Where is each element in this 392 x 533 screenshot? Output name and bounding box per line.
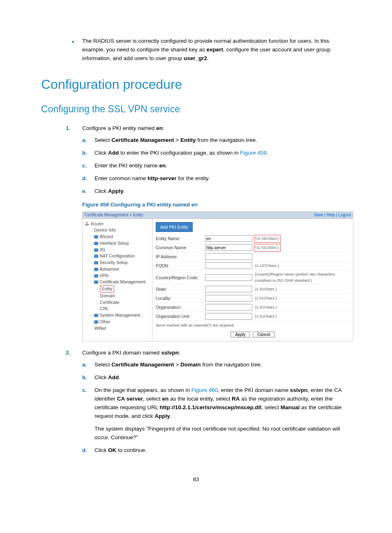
link-figure-459[interactable]: Figure 459 — [240, 150, 267, 156]
form-row: Locality:(1-31Chars.) — [156, 294, 350, 303]
folder-icon — [94, 280, 98, 284]
step-2d: d. Click OK to continue. — [82, 446, 351, 455]
header-links: Save | Help | Logout — [314, 212, 351, 218]
tree-item-vpn[interactable]: —VPN — [85, 273, 150, 279]
tree-item-crl[interactable]: —CRL — [85, 306, 150, 312]
intro-bullet: The RADIUS server is correctly configure… — [72, 37, 351, 63]
step-2c: c. On the page that appears, as shown in… — [82, 386, 351, 442]
form-row: Organization Unit:(1-31Chars.) — [156, 312, 350, 321]
form-input[interactable] — [205, 244, 252, 251]
form-input[interactable] — [205, 295, 252, 301]
form-hint: (1-31Chars.) — [255, 313, 350, 320]
step-1a: a. Select Certificate Management > Entit… — [82, 136, 351, 145]
form-input[interactable] — [205, 304, 252, 311]
tree-line-icon: — — [91, 240, 93, 247]
folder-icon — [94, 235, 98, 239]
tree-item-device-info[interactable]: —Device Info — [85, 227, 150, 234]
tree-line-icon: — — [91, 312, 93, 319]
tree-item-domain[interactable]: —Domain — [85, 293, 150, 299]
tree-label: Wizard — [99, 234, 113, 240]
form-hint: *(1-31Chars.) — [255, 245, 350, 251]
tree-item-advanced[interactable]: —Advanced — [85, 266, 150, 273]
cancel-button[interactable]: Cancel — [253, 331, 274, 338]
tree-line-icon: — — [91, 325, 93, 332]
step-2: 2. Configure a PKI domain named sslvpn: … — [66, 349, 351, 454]
tree-root[interactable]: 🖧Router — [85, 221, 150, 227]
tree-item-interface-setup[interactable]: —Interface Setup — [85, 240, 150, 247]
tree-label: VPN — [99, 273, 108, 279]
link-help[interactable]: Help — [327, 213, 335, 217]
step-1c: c. Enter the PKI entity name en. — [82, 162, 351, 170]
tree-line-icon: — — [91, 227, 93, 234]
tree-label: Domain — [100, 293, 115, 299]
tree-label: Router — [91, 221, 104, 227]
form-label: FQDN: — [156, 262, 205, 269]
form-input[interactable] — [205, 274, 252, 281]
tree-label: Security Setup — [99, 260, 127, 266]
step-2b: b. Click Add. — [82, 373, 351, 382]
form-row: FQDN:(1-127Chars.) — [156, 262, 350, 271]
form-input[interactable] — [205, 313, 252, 320]
tree-label: Certificate — [100, 299, 119, 306]
heading-configuring-sslvpn: Configuring the SSL VPN service — [41, 102, 351, 117]
form-input[interactable] — [205, 286, 252, 292]
tree-line-icon: — — [91, 279, 93, 285]
page-number: 83 — [41, 475, 351, 484]
step-1d: d. Enter common name http-server for the… — [82, 174, 351, 183]
add-pki-entity-button[interactable]: Add PKI Entity — [156, 222, 193, 232]
form-input[interactable] — [205, 235, 252, 242]
form-row: Organization:(1-31Chars.) — [156, 303, 350, 312]
tree-line-icon: — — [91, 253, 93, 260]
tree-item-certificate[interactable]: —Certificate — [85, 299, 150, 306]
tree-item-winet[interactable]: —WiNet — [85, 325, 150, 332]
heading-configuration-procedure: Configuration procedure — [41, 74, 351, 95]
tree-item-system-management[interactable]: —System Management — [85, 312, 150, 319]
required-note: Items marked with an asterisk(*) are req… — [156, 322, 350, 329]
link-save[interactable]: Save — [314, 213, 323, 217]
form-label: State: — [156, 286, 205, 292]
tree-item-wizard[interactable]: —Wizard — [85, 234, 150, 240]
form-hint: (1-127Chars.) — [255, 263, 350, 269]
form-row: Entity Name:*(1-15Chars.) — [156, 234, 350, 243]
form-label: Entity Name: — [156, 235, 205, 242]
form-input[interactable] — [205, 262, 252, 269]
tree-label: 3G — [99, 247, 105, 253]
form-panel: Add PKI Entity Entity Name:*(1-15Chars.)… — [152, 219, 353, 341]
step-1-marker: 1. — [66, 124, 70, 133]
step-1b: b. Click Add to enter the PKI configurat… — [82, 149, 351, 158]
tree-line-icon: — — [91, 234, 93, 240]
form-label: Common Name: — [156, 244, 205, 251]
tree-label: Advanced — [99, 266, 119, 273]
tree-label: Interface Setup — [99, 240, 129, 247]
form-hint: (1-31Chars.) — [255, 304, 350, 311]
figure-459-caption: Figure 459 Configuring a PKI entity name… — [82, 201, 351, 209]
tree-item-other[interactable]: —Other — [85, 319, 150, 325]
tree-item-security-setup[interactable]: —Security Setup — [85, 260, 150, 266]
tree-item-certificate-management[interactable]: —Certificate Management — [85, 279, 150, 285]
folder-icon — [94, 255, 98, 258]
tree-line-icon: — — [91, 273, 93, 279]
folder-icon — [94, 274, 98, 278]
router-icon: 🖧 — [85, 221, 90, 227]
form-input[interactable] — [205, 253, 252, 260]
folder-icon — [94, 314, 98, 317]
step-1: 1. Configure a PKI entity named en: a. S… — [66, 124, 351, 196]
form-label: Locality: — [156, 295, 205, 301]
form-row: IP Address: — [156, 253, 350, 262]
tree-label: WiNet — [94, 325, 106, 332]
tree-item-entity[interactable]: —Entity — [85, 285, 150, 293]
step-1e: e. Click Apply. — [82, 187, 351, 196]
tree-line-icon: — — [97, 306, 99, 312]
form-label: Organization Unit: — [156, 313, 205, 320]
link-figure-460[interactable]: Figure 460 — [191, 387, 218, 393]
figure-459: Certificate Management > Entity Save | H… — [82, 211, 353, 342]
folder-icon — [94, 268, 98, 271]
tree-item-3g[interactable]: —3G — [85, 247, 150, 253]
tree-item-nat-configuration[interactable]: —NAT Configuration — [85, 253, 150, 260]
tree-label: NAT Configuration — [99, 253, 134, 260]
folder-icon — [94, 261, 98, 264]
tree-line-icon: — — [91, 247, 93, 253]
link-logout[interactable]: Logout — [338, 213, 351, 217]
folder-icon — [94, 248, 98, 252]
apply-button[interactable]: Apply — [231, 331, 250, 338]
